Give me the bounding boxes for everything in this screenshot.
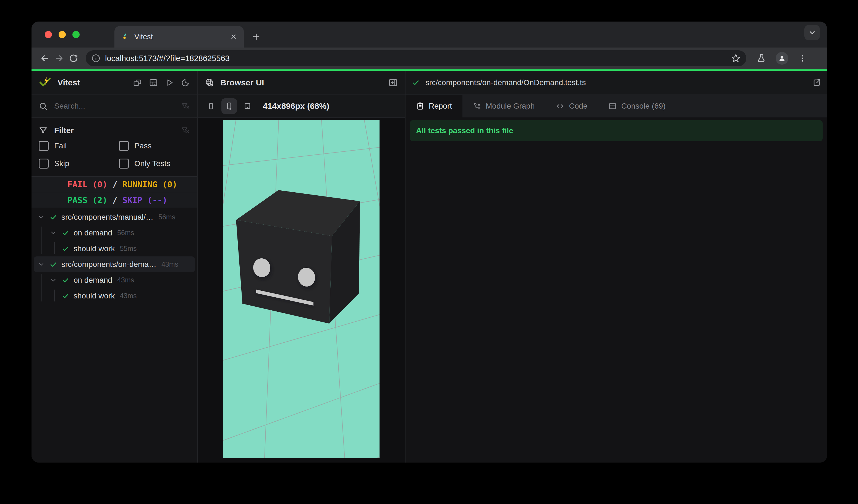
filter-title-row: Filter [32, 123, 197, 138]
collapse-tests-icon[interactable] [133, 78, 142, 87]
site-info-icon[interactable] [91, 54, 101, 63]
vitest-logo-icon [39, 76, 51, 89]
viewport-size-label: 414x896px (68%) [263, 101, 329, 111]
checkbox-label: Fail [54, 142, 67, 150]
browser-window: Vitest [32, 21, 827, 462]
tree-test-row[interactable]: should work 55ms [32, 241, 197, 256]
tab-label: Report [429, 102, 452, 111]
search-input[interactable] [54, 101, 181, 111]
screen: Vitest [0, 0, 858, 504]
pass-check-icon [61, 292, 70, 300]
url-text[interactable]: localhost:5173/#/?file=1828625563 [105, 54, 731, 63]
banner-text: All tests passed in this file [416, 126, 513, 135]
experiments-flask-icon[interactable] [756, 53, 766, 63]
tree-file-row-selected[interactable]: src/components/on-dema… 43ms [34, 256, 195, 272]
tab-module-graph[interactable]: Module Graph [462, 95, 545, 117]
tree-test-row[interactable]: should work 43ms [32, 288, 197, 304]
open-in-editor-icon[interactable] [812, 78, 822, 87]
report-header: src/components/on-demand/OnDemand.test.t… [406, 71, 827, 95]
chevron-down-icon[interactable] [49, 277, 58, 284]
panel-open-right-icon[interactable] [388, 78, 398, 87]
duration: 56ms [117, 229, 134, 237]
dark-mode-moon-icon[interactable] [181, 78, 190, 87]
duration: 56ms [158, 213, 175, 221]
sidebar: Vitest [32, 71, 197, 462]
duration: 55ms [120, 245, 137, 253]
dashboard-icon[interactable] [149, 78, 158, 87]
preview-title: Browser UI [220, 78, 388, 87]
chevron-down-icon[interactable] [49, 229, 58, 237]
open-file-path: src/components/on-demand/OnDemand.test.t… [425, 78, 812, 87]
profile-avatar[interactable] [776, 52, 788, 65]
threejs-scene [223, 120, 380, 458]
tree-suite-row[interactable]: on demand 43ms [32, 272, 197, 288]
clear-search-filter-icon[interactable] [181, 102, 190, 111]
zoom-window-button[interactable] [73, 31, 80, 38]
duration: 43ms [161, 260, 178, 268]
filter-checkbox-pass[interactable]: Pass [119, 141, 190, 151]
browser-preview-panel: Browser UI [197, 71, 405, 462]
new-tab-button[interactable] [249, 30, 263, 44]
tab-strip: Vitest [32, 21, 827, 48]
suite-name: on demand [74, 276, 112, 284]
reload-button[interactable] [66, 51, 81, 65]
suite-name: on demand [74, 228, 112, 237]
filter-checkbox-only-tests[interactable]: Only Tests [119, 159, 190, 168]
device-phone-plus-button[interactable] [221, 98, 237, 114]
report-content: All tests passed in this file [406, 117, 827, 462]
device-phone-small-button[interactable] [203, 98, 219, 114]
pass-check-icon [61, 229, 70, 237]
toolbar-right-cluster [756, 52, 807, 65]
device-tablet-button[interactable] [240, 98, 255, 114]
test-summary: FAIL (0) / RUNNING (0) PASS (2) / SKIP (… [32, 176, 197, 208]
tab-search-button[interactable] [804, 25, 820, 40]
running-count: RUNNING (0) [123, 180, 177, 189]
pass-count: PASS (2) [67, 195, 108, 205]
chevron-down-icon[interactable] [36, 261, 46, 268]
forward-button[interactable] [52, 51, 66, 65]
sidebar-title: Vitest [58, 78, 133, 87]
checkbox-box[interactable] [39, 141, 49, 151]
fail-count: FAIL (0) [67, 180, 108, 189]
tree-file-row[interactable]: src/components/manual/… 56ms [32, 209, 197, 225]
minimize-window-button[interactable] [59, 31, 66, 38]
report-panel: src/components/on-demand/OnDemand.test.t… [406, 71, 827, 462]
chevron-down-icon[interactable] [36, 214, 46, 221]
checkbox-box[interactable] [39, 159, 49, 168]
tab-close-icon[interactable] [230, 33, 237, 40]
traffic-lights [45, 21, 80, 48]
run-all-tests-icon[interactable] [165, 78, 174, 87]
test-file-name: src/components/manual/… [61, 213, 154, 222]
tab-label: Module Graph [486, 102, 535, 111]
tab-code[interactable]: Code [545, 95, 598, 117]
tree-suite-row[interactable]: on demand 56ms [32, 225, 197, 241]
menu-kebab-icon[interactable] [798, 54, 807, 63]
browser-tab[interactable]: Vitest [114, 26, 244, 48]
filter-checkbox-skip[interactable]: Skip [39, 159, 119, 168]
summary-line-1: FAIL (0) / RUNNING (0) [32, 177, 197, 192]
checkbox-box[interactable] [119, 159, 129, 168]
duration: 43ms [117, 276, 134, 284]
pass-check-icon [49, 261, 58, 268]
filter-checkbox-fail[interactable]: Fail [39, 141, 119, 151]
clear-filters-icon[interactable] [181, 126, 190, 135]
filter-options: Fail Pass Skip Only Tests [32, 138, 197, 168]
search-row [32, 95, 197, 117]
checkbox-box[interactable] [119, 141, 129, 151]
test-name: should work [74, 244, 115, 253]
test-file-name: src/components/on-dema… [61, 260, 157, 269]
duration: 43ms [120, 292, 137, 300]
checkbox-label: Only Tests [134, 159, 170, 168]
preview-content [197, 118, 405, 462]
close-window-button[interactable] [45, 31, 52, 38]
back-button[interactable] [37, 51, 52, 65]
pass-check-icon [61, 245, 70, 253]
vitest-ui: Vitest [32, 71, 827, 462]
bookmark-star-icon[interactable] [731, 53, 741, 63]
address-bar[interactable]: localhost:5173/#/?file=1828625563 [86, 50, 746, 66]
checkbox-label: Pass [134, 142, 152, 150]
test-iframe-viewport[interactable] [223, 120, 380, 458]
robot-cube [236, 190, 360, 324]
tab-report[interactable]: Report [406, 95, 462, 117]
tab-console[interactable]: Console (69) [598, 95, 676, 117]
